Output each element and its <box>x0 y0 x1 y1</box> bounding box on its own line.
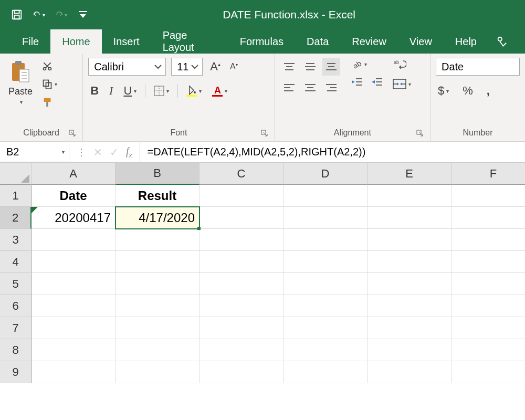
cell-d9[interactable] <box>284 361 368 383</box>
format-painter-button[interactable] <box>40 96 59 109</box>
cell-c7[interactable] <box>200 317 284 339</box>
cell-f2[interactable] <box>452 207 525 229</box>
align-top-button[interactable] <box>280 58 298 76</box>
row-header-2[interactable]: 2 <box>0 207 32 229</box>
row-header-1[interactable]: 1 <box>0 185 32 207</box>
cell-d2[interactable] <box>284 207 368 229</box>
cell-c5[interactable] <box>200 273 284 295</box>
cell-a6[interactable] <box>32 295 116 317</box>
tab-home[interactable]: Home <box>50 29 101 54</box>
cell-b9[interactable] <box>116 361 200 383</box>
tab-view[interactable]: View <box>398 29 444 54</box>
cell-d4[interactable] <box>284 251 368 273</box>
increase-font-button[interactable]: A▴ <box>208 59 223 75</box>
paste-button[interactable]: Paste ▾ <box>5 58 36 107</box>
name-box[interactable]: B2▾ <box>0 142 69 162</box>
col-header-a[interactable]: A <box>32 163 116 185</box>
save-icon[interactable] <box>10 8 23 21</box>
tell-me-icon[interactable] <box>488 29 514 54</box>
cell-c6[interactable] <box>200 295 284 317</box>
cancel-formula-icon[interactable]: ✕ <box>93 146 102 159</box>
cell-f9[interactable] <box>452 361 525 383</box>
cell-e8[interactable] <box>368 339 452 361</box>
cell-a8[interactable] <box>32 339 116 361</box>
number-format-combo[interactable]: Date <box>436 58 520 76</box>
cell-c8[interactable] <box>200 339 284 361</box>
align-left-button[interactable] <box>280 79 298 97</box>
cell-a5[interactable] <box>32 273 116 295</box>
col-header-e[interactable]: E <box>368 163 452 185</box>
cell-c1[interactable] <box>200 185 284 207</box>
cell-e6[interactable] <box>368 295 452 317</box>
cell-b2[interactable]: 4/17/2020 <box>116 207 200 229</box>
col-header-c[interactable]: C <box>200 163 284 185</box>
cell-b7[interactable] <box>116 317 200 339</box>
cell-c3[interactable] <box>200 229 284 251</box>
cell-f1[interactable] <box>452 185 525 207</box>
cell-b1[interactable]: Result <box>116 185 200 207</box>
formula-options-icon[interactable]: ⋮ <box>77 146 86 158</box>
font-name-combo[interactable]: Calibri <box>88 58 166 76</box>
decrease-font-button[interactable]: A▾ <box>228 61 240 72</box>
orientation-button[interactable]: ab▾ <box>350 58 369 70</box>
cell-e3[interactable] <box>368 229 452 251</box>
tab-review[interactable]: Review <box>340 29 398 54</box>
tab-data[interactable]: Data <box>295 29 340 54</box>
cell-d5[interactable] <box>284 273 368 295</box>
cell-a3[interactable] <box>32 229 116 251</box>
row-header-7[interactable]: 7 <box>0 317 32 339</box>
cell-b3[interactable] <box>116 229 200 251</box>
select-all-corner[interactable] <box>0 163 32 185</box>
cell-d1[interactable] <box>284 185 368 207</box>
cell-d6[interactable] <box>284 295 368 317</box>
tab-formulas[interactable]: Formulas <box>228 29 295 54</box>
cell-f8[interactable] <box>452 339 525 361</box>
cell-b4[interactable] <box>116 251 200 273</box>
merge-center-button[interactable]: ▾ <box>391 78 413 90</box>
cell-a2[interactable]: 20200417 <box>32 207 116 229</box>
cell-e5[interactable] <box>368 273 452 295</box>
align-bottom-button[interactable] <box>322 58 340 76</box>
cell-c9[interactable] <box>200 361 284 383</box>
formula-input[interactable]: =DATE(LEFT(A2,4),MID(A2,5,2),RIGHT(A2,2)… <box>140 142 525 162</box>
undo-button[interactable]: ▾ <box>33 8 45 21</box>
italic-button[interactable]: I <box>107 83 115 99</box>
tab-help[interactable]: Help <box>444 29 488 54</box>
percent-format-button[interactable]: % <box>460 83 475 99</box>
bold-button[interactable]: B <box>88 83 101 99</box>
tab-page-layout[interactable]: Page Layout <box>151 29 228 54</box>
borders-button[interactable]: ▾ <box>152 85 171 97</box>
align-center-button[interactable] <box>301 79 319 97</box>
customize-qat-button[interactable] <box>77 8 89 21</box>
row-header-8[interactable]: 8 <box>0 339 32 361</box>
row-header-9[interactable]: 9 <box>0 361 32 383</box>
clipboard-launcher-icon[interactable] <box>69 130 77 138</box>
cell-a4[interactable] <box>32 251 116 273</box>
cell-d3[interactable] <box>284 229 368 251</box>
font-color-button[interactable]: A▾ <box>210 84 229 98</box>
cell-d7[interactable] <box>284 317 368 339</box>
cut-button[interactable] <box>40 60 59 72</box>
cell-e4[interactable] <box>368 251 452 273</box>
cell-f4[interactable] <box>452 251 525 273</box>
cell-e9[interactable] <box>368 361 452 383</box>
cell-b6[interactable] <box>116 295 200 317</box>
align-right-button[interactable] <box>322 79 340 97</box>
row-header-4[interactable]: 4 <box>0 251 32 273</box>
accounting-format-button[interactable]: $▾ <box>436 83 451 99</box>
cell-a7[interactable] <box>32 317 116 339</box>
cell-d8[interactable] <box>284 339 368 361</box>
wrap-text-button[interactable]: ab <box>391 58 413 71</box>
redo-button[interactable]: ▾ <box>55 8 67 21</box>
col-header-f[interactable]: F <box>452 163 525 185</box>
cell-b5[interactable] <box>116 273 200 295</box>
comma-format-button[interactable]: , <box>485 83 492 99</box>
cell-f7[interactable] <box>452 317 525 339</box>
row-header-6[interactable]: 6 <box>0 295 32 317</box>
underline-button[interactable]: U▾ <box>121 83 139 99</box>
col-header-b[interactable]: B <box>116 163 200 185</box>
decrease-indent-button[interactable] <box>350 77 364 87</box>
cell-e2[interactable] <box>368 207 452 229</box>
font-size-combo[interactable]: 11 <box>171 58 203 76</box>
tab-insert[interactable]: Insert <box>102 29 151 54</box>
